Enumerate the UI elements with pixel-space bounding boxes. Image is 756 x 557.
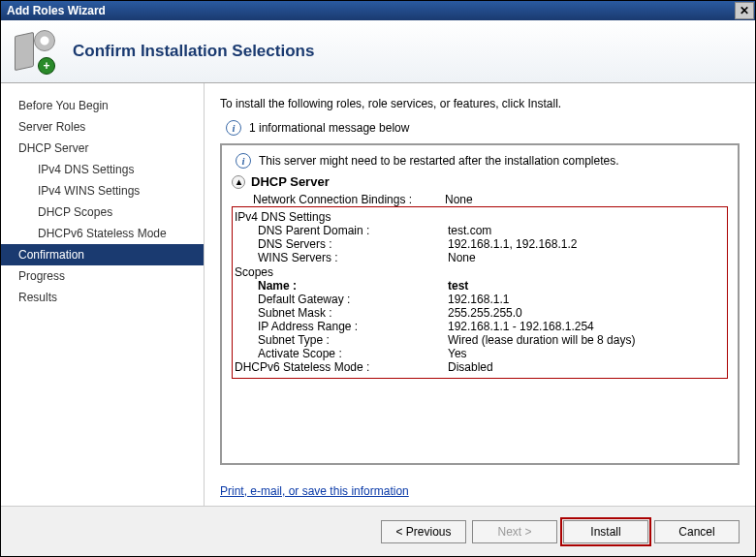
print-email-save-link[interactable]: Print, e-mail, or save this information [220,484,740,498]
wins-servers-label: WINS Servers : [235,251,448,264]
scope-name-label: Name : [235,279,448,293]
default-gateway-value: 192.168.1.1 [448,293,509,306]
titlebar: Add Roles Wizard ✕ [1,1,755,20]
content-pane: To install the following roles, role ser… [205,83,755,506]
highlighted-settings-box: IPv4 DNS Settings DNS Parent Domain :tes… [232,206,728,379]
activate-scope-value: Yes [448,347,467,360]
server-role-icon: + [11,28,57,75]
intro-text: To install the following roles, role ser… [220,97,740,110]
info-icon: i [236,153,251,169]
nav-dhcpv6-stateless-mode[interactable]: DHCPv6 Stateless Mode [1,223,204,244]
confirmation-details-panel: i This server might need to be restarted… [220,143,740,465]
nav-before-you-begin[interactable]: Before You Begin [1,95,204,116]
subnet-type-value: Wired (lease duration will be 8 days) [448,333,635,347]
bindings-label: Network Connection Bindings : [232,193,445,206]
previous-button[interactable]: < Previous [381,520,466,543]
default-gateway-label: Default Gateway : [235,293,448,306]
ip-range-value: 192.168.1.1 - 192.168.1.254 [448,320,594,333]
activate-scope-label: Activate Scope : [235,347,448,360]
install-button[interactable]: Install [563,520,648,543]
nav-ipv4-dns-settings[interactable]: IPv4 DNS Settings [1,159,204,180]
dns-parent-domain-label: DNS Parent Domain : [235,224,448,237]
next-button: Next > [472,520,557,543]
info-message-line: i 1 informational message below [226,120,740,136]
stateless-mode-label: DHCPv6 Stateless Mode : [235,360,448,374]
wizard-icon: + [11,28,57,75]
window-title: Add Roles Wizard [7,4,106,17]
nav-dhcp-server[interactable]: DHCP Server [1,138,204,159]
scopes-heading: Scopes [235,265,725,279]
subnet-mask-value: 255.255.255.0 [448,306,522,320]
wins-servers-value: None [448,251,476,264]
ipv4-dns-heading: IPv4 DNS Settings [235,210,725,224]
role-section-header: ▴ DHCP Server [232,174,728,189]
cancel-button[interactable]: Cancel [654,520,740,543]
subnet-type-label: Subnet Type : [235,333,448,347]
scope-name-value: test [448,279,468,293]
close-icon: ✕ [740,4,749,17]
info-message-text: 1 informational message below [249,121,409,135]
wizard-nav: Before You Begin Server Roles DHCP Serve… [1,83,205,506]
nav-dhcp-scopes[interactable]: DHCP Scopes [1,201,204,223]
stateless-mode-value: Disabled [448,360,493,374]
close-button[interactable]: ✕ [735,2,754,19]
nav-server-roles[interactable]: Server Roles [1,116,204,138]
wizard-header: + Confirm Installation Selections [1,20,755,83]
dns-servers-value: 192.168.1.1, 192.168.1.2 [448,237,577,251]
ip-range-label: IP Address Range : [235,320,448,333]
add-roles-wizard-window: Add Roles Wizard ✕ + Confirm Installatio… [0,0,756,557]
collapse-toggle-icon[interactable]: ▴ [232,175,245,189]
dns-servers-label: DNS Servers : [235,237,448,251]
nav-progress[interactable]: Progress [1,265,204,287]
nav-ipv4-wins-settings[interactable]: IPv4 WINS Settings [1,180,204,201]
role-section-title: DHCP Server [251,174,330,189]
dns-parent-domain-value: test.com [448,224,491,237]
wizard-button-bar: < Previous Next > Install Cancel [1,506,755,556]
restart-warning-text: This server might need to be restarted a… [259,154,619,168]
page-heading: Confirm Installation Selections [73,42,314,61]
nav-confirmation[interactable]: Confirmation [1,244,204,265]
subnet-mask-label: Subnet Mask : [235,306,448,320]
nav-results[interactable]: Results [1,287,204,308]
info-icon: i [226,120,241,136]
bindings-value: None [445,193,473,206]
wizard-body: Before You Begin Server Roles DHCP Serve… [1,83,755,506]
